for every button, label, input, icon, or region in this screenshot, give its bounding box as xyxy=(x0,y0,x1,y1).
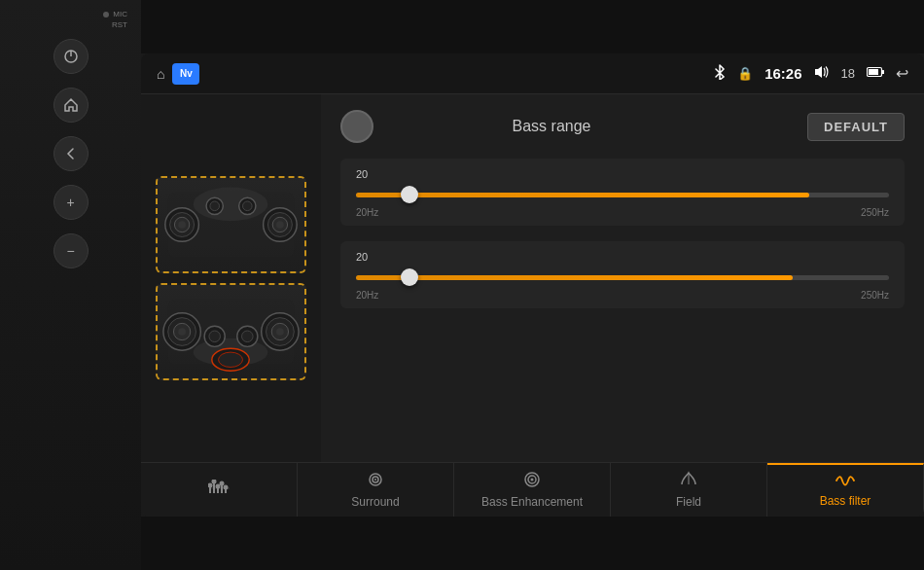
slider-2-section: 20 20Hz 250Hz xyxy=(340,241,905,308)
svg-point-44 xyxy=(220,481,225,485)
svg-point-18 xyxy=(243,201,253,211)
content-area: Bass range DEFAULT 20 20Hz 250Hz xyxy=(141,94,924,462)
status-left: ⌂ Nv xyxy=(157,63,199,85)
rear-speaker-zone xyxy=(156,283,306,380)
toggle-switch[interactable] xyxy=(340,110,373,143)
time-display: 16:26 xyxy=(764,65,801,82)
speaker-graphic xyxy=(141,94,321,462)
svg-point-43 xyxy=(216,483,221,488)
svg-point-10 xyxy=(178,221,186,229)
tab-bass-filter-label: Bass filter xyxy=(820,494,871,508)
mic-label: MIC xyxy=(113,10,127,18)
bottom-bar xyxy=(141,517,924,570)
slider-1-section: 20 20Hz 250Hz xyxy=(340,159,905,226)
svg-point-30 xyxy=(209,331,221,342)
svg-point-32 xyxy=(242,331,254,342)
tab-bass-enhancement[interactable]: Bass Enhancement xyxy=(454,463,611,517)
svg-point-34 xyxy=(219,352,243,367)
svg-point-14 xyxy=(276,221,284,229)
field-icon xyxy=(680,471,697,492)
svg-rect-4 xyxy=(869,69,878,75)
svg-point-45 xyxy=(224,484,229,489)
volume-level: 18 xyxy=(841,66,855,81)
tab-eq[interactable] xyxy=(141,463,298,517)
svg-point-51 xyxy=(531,479,534,481)
tab-surround-label: Surround xyxy=(351,495,399,509)
tab-field-label: Field xyxy=(676,495,701,509)
tab-field[interactable]: Field xyxy=(611,463,767,517)
svg-point-24 xyxy=(178,328,186,336)
volume-up-button[interactable]: + xyxy=(53,185,89,220)
surround-icon xyxy=(367,471,384,492)
battery-icon xyxy=(867,66,884,81)
status-right: 🔒 16:26 18 ↩ xyxy=(714,64,908,83)
default-button[interactable]: DEFAULT xyxy=(807,113,905,141)
nav-button[interactable]: Nv xyxy=(172,63,199,85)
eq-icon xyxy=(208,480,230,501)
svg-rect-3 xyxy=(882,70,884,74)
svg-point-28 xyxy=(276,328,284,336)
back-button[interactable] xyxy=(53,136,89,171)
side-panel: MIC RST + − xyxy=(0,0,141,570)
volume-down-button[interactable]: − xyxy=(53,233,89,268)
status-bar: ⌂ Nv 🔒 16:26 18 xyxy=(141,53,924,94)
slider-1-labels: 20Hz 250Hz xyxy=(356,207,889,218)
bluetooth-icon xyxy=(714,64,726,83)
slider-1-value: 20 xyxy=(356,168,889,180)
rst-label: RST xyxy=(112,20,127,29)
volume-icon xyxy=(814,65,830,82)
power-button[interactable] xyxy=(53,39,89,74)
back-icon[interactable]: ↩ xyxy=(896,64,908,83)
svg-point-48 xyxy=(374,479,376,481)
svg-point-42 xyxy=(212,480,217,484)
controls-area: Bass range DEFAULT 20 20Hz 250Hz xyxy=(321,94,924,462)
section-title: Bass range xyxy=(373,118,729,135)
top-bar xyxy=(141,0,924,53)
slider-2-labels: 20Hz 250Hz xyxy=(356,290,889,301)
bass-filter-icon xyxy=(835,474,855,491)
home-icon[interactable]: ⌂ xyxy=(157,66,164,82)
bass-icon xyxy=(523,471,541,492)
tab-surround[interactable]: Surround xyxy=(298,463,454,517)
svg-point-41 xyxy=(208,482,213,487)
slider-1-thumb[interactable] xyxy=(401,186,418,203)
controls-header: Bass range DEFAULT xyxy=(340,110,905,143)
tab-bass-enhancement-label: Bass Enhancement xyxy=(481,495,583,509)
slider-2-value: 20 xyxy=(356,251,889,263)
slider-2-track[interactable] xyxy=(356,268,889,286)
bottom-tabs: Surround Bass Enhancement Field xyxy=(141,462,924,517)
slider-2-thumb[interactable] xyxy=(401,268,418,286)
tab-bass-filter[interactable]: Bass filter xyxy=(767,463,924,517)
slider-1-track[interactable] xyxy=(356,186,889,203)
front-speaker-zone xyxy=(156,176,306,273)
home-button[interactable] xyxy=(53,88,89,123)
main-screen: ⌂ Nv 🔒 16:26 18 xyxy=(141,53,924,517)
svg-point-6 xyxy=(194,188,268,222)
svg-point-16 xyxy=(210,201,220,211)
lock-icon: 🔒 xyxy=(737,66,753,81)
